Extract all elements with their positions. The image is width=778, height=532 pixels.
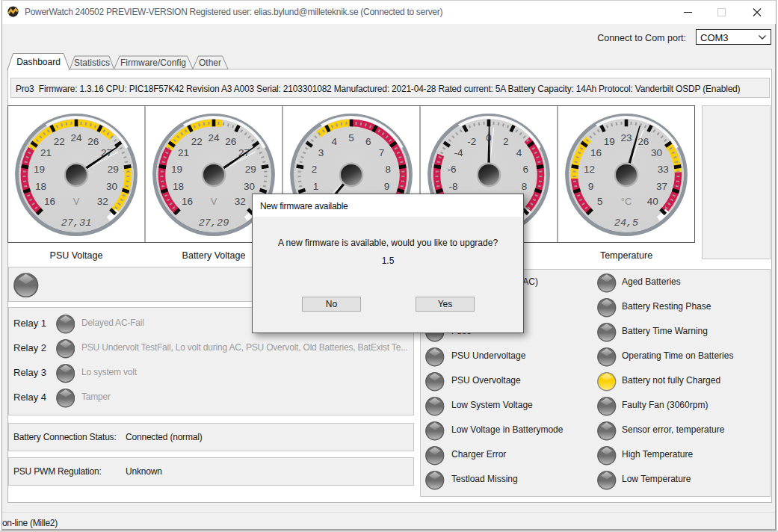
svg-text:4: 4 bbox=[332, 136, 338, 147]
svg-text:Statistics: Statistics bbox=[74, 58, 110, 68]
svg-text:33: 33 bbox=[658, 164, 669, 175]
svg-text:40: 40 bbox=[647, 196, 658, 207]
svg-text:12: 12 bbox=[584, 164, 595, 175]
svg-text:2: 2 bbox=[503, 136, 509, 147]
svg-text:-2: -2 bbox=[467, 136, 476, 147]
svg-text:1: 1 bbox=[313, 181, 319, 192]
svg-text:Dashboard: Dashboard bbox=[16, 57, 61, 67]
svg-text:30: 30 bbox=[106, 181, 117, 192]
svg-text:3: 3 bbox=[318, 147, 324, 158]
svg-text:5: 5 bbox=[597, 196, 603, 207]
svg-text:26: 26 bbox=[225, 136, 236, 147]
svg-text:29: 29 bbox=[108, 164, 119, 175]
svg-text:°C: °C bbox=[621, 196, 632, 207]
svg-text:18: 18 bbox=[173, 181, 184, 192]
svg-text:7: 7 bbox=[379, 147, 385, 158]
svg-text:22: 22 bbox=[191, 136, 203, 147]
svg-text:24,5: 24,5 bbox=[614, 217, 638, 229]
svg-text:26: 26 bbox=[87, 136, 99, 147]
svg-text:18: 18 bbox=[35, 181, 46, 192]
svg-text:16: 16 bbox=[182, 196, 193, 207]
svg-text:27,29: 27,29 bbox=[199, 217, 229, 229]
svg-text:29: 29 bbox=[245, 164, 256, 175]
svg-text:16: 16 bbox=[44, 196, 55, 207]
svg-text:2: 2 bbox=[312, 164, 318, 175]
svg-text:37: 37 bbox=[656, 181, 667, 192]
svg-text:Other: Other bbox=[199, 58, 221, 68]
svg-text:27,31: 27,31 bbox=[61, 217, 92, 229]
svg-text:24: 24 bbox=[70, 132, 82, 143]
svg-text:-8: -8 bbox=[448, 181, 457, 192]
svg-text:8: 8 bbox=[386, 164, 392, 175]
svg-text:32: 32 bbox=[97, 196, 108, 207]
svg-text:8: 8 bbox=[522, 181, 528, 192]
svg-text:6: 6 bbox=[523, 164, 529, 175]
svg-text:22: 22 bbox=[54, 136, 65, 147]
svg-text:30: 30 bbox=[651, 147, 662, 158]
svg-text:5: 5 bbox=[348, 132, 354, 143]
svg-text:21: 21 bbox=[40, 147, 52, 158]
svg-text:32: 32 bbox=[235, 196, 246, 207]
svg-text:V: V bbox=[73, 196, 80, 207]
svg-text:30: 30 bbox=[244, 181, 255, 192]
svg-text:-4: -4 bbox=[454, 147, 463, 158]
svg-text:19: 19 bbox=[171, 164, 182, 175]
svg-text:19: 19 bbox=[604, 136, 615, 147]
svg-text:23: 23 bbox=[620, 132, 632, 143]
svg-text:9: 9 bbox=[384, 181, 390, 192]
svg-text:-6: -6 bbox=[448, 164, 457, 175]
svg-text:Firmware/Config: Firmware/Config bbox=[120, 58, 186, 68]
svg-text:16: 16 bbox=[590, 147, 602, 158]
svg-text:6: 6 bbox=[365, 136, 371, 147]
svg-text:19: 19 bbox=[34, 164, 45, 175]
svg-text:9: 9 bbox=[588, 181, 594, 192]
svg-text:4: 4 bbox=[516, 147, 522, 158]
svg-text:21: 21 bbox=[178, 147, 189, 158]
svg-text:24: 24 bbox=[208, 132, 220, 143]
svg-text:V: V bbox=[211, 196, 217, 207]
